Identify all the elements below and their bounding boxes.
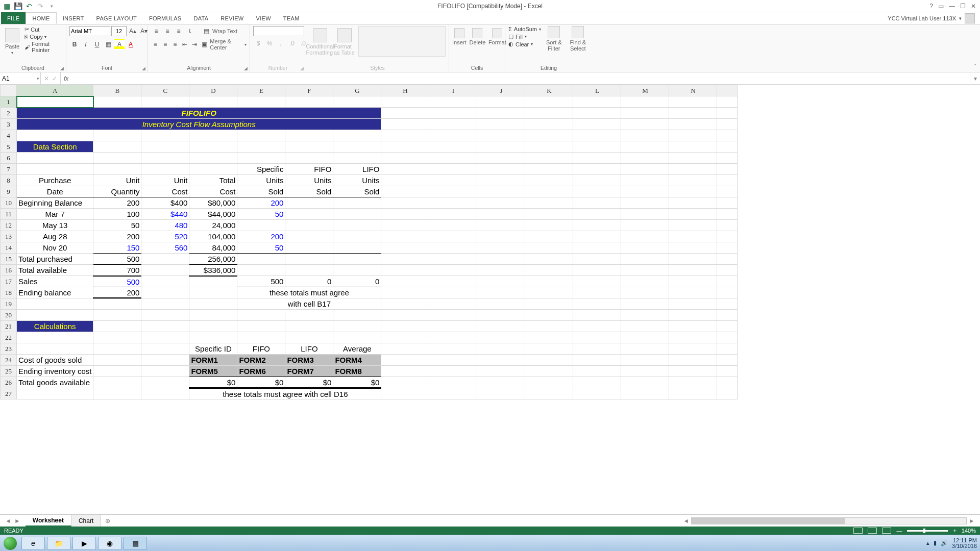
row-header[interactable]: 9 — [1, 186, 17, 197]
horizontal-scrollbar[interactable] — [691, 517, 967, 524]
format-painter-button[interactable]: 🖌Format Painter — [24, 41, 63, 53]
font-color-button[interactable]: A — [126, 39, 136, 49]
row-header[interactable]: 12 — [1, 220, 17, 231]
row-header[interactable]: 23 — [1, 343, 17, 355]
font-name-select[interactable] — [69, 26, 110, 36]
row-header[interactable]: 14 — [1, 242, 17, 254]
fill-button[interactable]: ▢Fill ▾ — [508, 33, 541, 40]
qat-customize-icon[interactable]: ▾ — [47, 2, 56, 11]
col-header[interactable]: I — [429, 85, 477, 96]
col-header[interactable]: M — [621, 85, 669, 96]
sheet-nav-next-icon[interactable]: ► — [14, 517, 20, 524]
start-button[interactable] — [0, 535, 20, 552]
name-box[interactable]: A1▾ — [0, 72, 41, 84]
scroll-right-icon[interactable]: ► — [969, 517, 975, 524]
row-header[interactable]: 16 — [1, 265, 17, 276]
redo-icon[interactable]: ↷ — [36, 2, 45, 11]
row-header[interactable]: 18 — [1, 287, 17, 298]
taskbar-app-chrome[interactable]: ◉ — [98, 537, 121, 550]
align-middle-icon[interactable]: ≡ — [162, 26, 173, 36]
tray-clock[interactable]: 12:11 PM 3/10/2016 — [952, 538, 977, 549]
tab-review[interactable]: REVIEW — [214, 12, 250, 24]
col-header[interactable]: A — [17, 85, 93, 96]
tab-file[interactable]: FILE — [1, 12, 26, 24]
copy-button[interactable]: ⎘Copy ▾ — [24, 34, 63, 40]
align-center-icon[interactable]: ≡ — [161, 39, 169, 49]
undo-icon[interactable]: ↶ — [24, 2, 34, 11]
row-header[interactable]: 19 — [1, 298, 17, 310]
scroll-left-icon[interactable]: ◄ — [683, 517, 689, 524]
col-header[interactable]: B — [93, 85, 141, 96]
row-header[interactable]: 24 — [1, 355, 17, 366]
decrease-indent-icon[interactable]: ⇤ — [181, 39, 189, 49]
row-header[interactable]: 2 — [1, 108, 17, 119]
orientation-icon[interactable]: ⤹ — [185, 26, 195, 36]
format-as-table-button[interactable]: Format as Table — [334, 26, 355, 56]
row-header[interactable]: 22 — [1, 332, 17, 343]
zoom-in-icon[interactable]: + — [953, 528, 956, 534]
expand-formula-bar-icon[interactable]: ▾ — [970, 72, 980, 84]
ribbon-display-icon[interactable]: ▭ — [938, 3, 944, 10]
increase-indent-icon[interactable]: ⇥ — [190, 39, 199, 49]
calculations-section-label[interactable]: Calculations — [17, 321, 93, 332]
insert-cells-button[interactable]: Insert — [452, 26, 467, 45]
row-header[interactable]: 21 — [1, 321, 17, 332]
shrink-font-icon[interactable]: A▾ — [139, 26, 149, 36]
col-header[interactable]: N — [669, 85, 717, 96]
tab-view[interactable]: VIEW — [250, 12, 277, 24]
tray-network-icon[interactable]: ▮ — [934, 540, 937, 546]
zoom-level[interactable]: 140% — [962, 528, 976, 534]
help-icon[interactable]: ? — [929, 3, 933, 10]
row-header[interactable]: 1 — [1, 96, 17, 108]
launcher-icon[interactable]: ◢ — [142, 66, 145, 71]
cancel-formula-icon[interactable]: ✕ — [44, 75, 49, 82]
currency-icon[interactable]: $ — [253, 38, 263, 48]
formula-input[interactable] — [71, 72, 970, 84]
row-header[interactable]: 25 — [1, 366, 17, 377]
col-header[interactable]: E — [237, 85, 285, 96]
fill-color-button[interactable]: A — [114, 39, 125, 49]
close-icon[interactable]: ✕ — [971, 3, 976, 10]
col-header[interactable] — [717, 85, 738, 96]
bold-button[interactable]: B — [69, 39, 80, 49]
row-header[interactable]: 17 — [1, 276, 17, 287]
col-header[interactable]: L — [573, 85, 621, 96]
taskbar-app-ie[interactable]: e — [21, 537, 45, 550]
col-header[interactable]: C — [141, 85, 189, 96]
col-header[interactable]: F — [285, 85, 333, 96]
italic-button[interactable]: I — [81, 39, 91, 49]
minimize-icon[interactable]: — — [949, 3, 955, 10]
sheet-tab-chart[interactable]: Chart — [71, 515, 101, 527]
row-header[interactable]: 7 — [1, 164, 17, 175]
merge-button[interactable]: ▣ — [200, 39, 209, 49]
row-header[interactable]: 5 — [1, 141, 17, 153]
launcher-icon[interactable]: ◢ — [300, 66, 304, 71]
wrap-text-button[interactable]: ▤ — [201, 26, 211, 36]
taskbar-app-media[interactable]: ▶ — [72, 537, 96, 550]
autosum-button[interactable]: ΣAutoSum ▾ — [508, 26, 541, 32]
align-left-icon[interactable]: ≡ — [151, 39, 160, 49]
align-right-icon[interactable]: ≡ — [170, 39, 179, 49]
row-header[interactable]: 20 — [1, 310, 17, 321]
clear-button[interactable]: ◐Clear ▾ — [508, 41, 541, 47]
taskbar-app-explorer[interactable]: 📁 — [47, 537, 70, 550]
tab-team[interactable]: TEAM — [277, 12, 306, 24]
zoom-out-icon[interactable]: — — [896, 528, 902, 534]
col-header[interactable]: J — [477, 85, 525, 96]
align-top-icon[interactable]: ≡ — [151, 26, 161, 36]
normal-view-icon[interactable] — [853, 528, 863, 534]
tab-data[interactable]: DATA — [187, 12, 214, 24]
page-layout-view-icon[interactable] — [868, 528, 877, 534]
cell-A1[interactable] — [17, 96, 93, 108]
select-all-corner[interactable] — [1, 85, 17, 96]
tab-formulas[interactable]: FORMULAS — [143, 12, 188, 24]
grow-font-icon[interactable]: A▴ — [128, 26, 138, 36]
page-break-view-icon[interactable] — [882, 528, 891, 534]
tray-volume-icon[interactable]: 🔊 — [941, 540, 948, 546]
maximize-icon[interactable]: ❐ — [960, 3, 966, 10]
launcher-icon[interactable]: ◢ — [60, 66, 64, 71]
data-section-label[interactable]: Data Section — [17, 141, 93, 153]
sheet-tab-worksheet[interactable]: Worksheet — [26, 515, 71, 527]
cut-button[interactable]: ✂Cut — [24, 26, 63, 33]
percent-icon[interactable]: % — [264, 38, 275, 48]
